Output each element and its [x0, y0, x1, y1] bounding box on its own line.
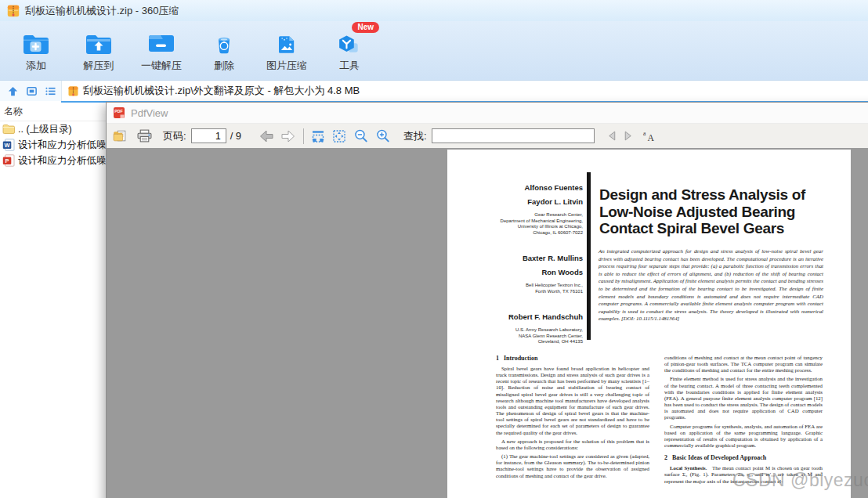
paper-right-column: conditions of meshing and contact at the… [664, 355, 823, 487]
author-affiliation: Bell Helicopter Textron Inc.,Forth Worth… [447, 283, 583, 294]
pdfview-window: PDF PdfView 页码: / 9 查找: aA Alfonso Fuent… [106, 102, 868, 498]
nav-icons [0, 85, 61, 97]
author-name: Baxter R. Mullins [447, 251, 583, 265]
list-view-icon[interactable] [45, 85, 56, 97]
previous-page-icon[interactable] [259, 129, 275, 143]
print-icon[interactable] [137, 129, 152, 143]
app-title: 刮板运输机机械设计.zip - 360压缩 [25, 4, 179, 18]
affiliation-line: Bell Helicopter Textron Inc., [447, 283, 583, 289]
author-name: Faydor L. Litvin [447, 195, 583, 209]
extract-to-folder-icon [85, 33, 113, 56]
toolbar-button-label: 图片压缩 [266, 59, 307, 73]
title-divider-bar [587, 172, 591, 340]
author-block: Robert F. HandschuhU.S. Army Research La… [447, 310, 583, 345]
address-row: 刮板运输机机械设计.zip\外文翻译及原文 - 解包大小为 4.8 MB [0, 81, 868, 101]
pdf-app-icon: PDF [113, 106, 125, 119]
find-input[interactable] [432, 128, 595, 143]
author-block: Baxter R. MullinsRon WoodsBell Helicopte… [447, 251, 583, 294]
local-synthesis-paragraph: Local Synthesis. The mean contact point … [664, 465, 823, 484]
page-total: / 9 [230, 130, 241, 142]
paper-paragraph: Finite element method is used for stress… [664, 376, 823, 420]
next-page-icon[interactable] [280, 129, 296, 143]
tools-cube-icon [337, 33, 362, 56]
file-item-label: .. (上级目录) [18, 123, 72, 136]
section-1-heading: 1 Introduction [496, 355, 649, 362]
thumbnail-view-icon[interactable] [26, 85, 38, 97]
affiliation-line: Chicago, IL 60607-7022 [447, 230, 583, 236]
toolbar-button-image-compress[interactable]: 图片压缩 [255, 27, 318, 73]
paper-abstract: An integrated computerized approach for … [599, 247, 823, 323]
svg-text:A: A [647, 133, 654, 142]
toolbar-button-label: 一键解压 [141, 59, 182, 73]
section-2-heading: 2 Basic Ideas of Developed Approach [664, 454, 823, 461]
zip-archive-icon [6, 4, 20, 18]
paper-left-column: 1 Introduction Spiral bevel gears have f… [496, 355, 649, 482]
author-affiliation: Gear Research Center,Department of Mecha… [447, 212, 583, 236]
paper-authors: Alfonso FuentesFaydor L. LitvinGear Rese… [447, 181, 583, 361]
up-level-icon[interactable] [7, 85, 19, 97]
file-item-label: 设计和应力分析低噪声 [18, 139, 116, 152]
author-name: Alfonso Fuentes [447, 181, 583, 195]
match-case-icon[interactable]: aA [642, 130, 656, 142]
add-folder-icon [22, 33, 50, 56]
find-next-icon[interactable] [624, 131, 632, 141]
author-block: Alfonso FuentesFaydor L. LitvinGear Rese… [447, 181, 583, 236]
zoom-in-icon[interactable] [375, 128, 390, 143]
pdfview-title: PdfView [131, 107, 168, 119]
author-affiliation: U.S. Army Research Laboratory,NASA Glenn… [447, 327, 583, 345]
page-number-input[interactable] [191, 128, 226, 143]
new-badge: New [352, 22, 379, 33]
toolbar-button-tools[interactable]: New工具 [318, 27, 381, 73]
affiliation-line: NASA Glenn Research Center, [447, 334, 583, 340]
address-path-field[interactable]: 刮板运输机机械设计.zip\外文翻译及原文 - 解包大小为 4.8 MB [61, 81, 868, 101]
toolbar-button-label: 添加 [26, 59, 46, 73]
affiliation-line: Gear Research Center, [447, 212, 583, 218]
app-titlebar[interactable]: 刮板运输机机械设计.zip - 360压缩 [0, 0, 868, 21]
affiliation-line: Cleveland, OH 44135 [447, 339, 583, 345]
find-previous-icon[interactable] [608, 131, 617, 141]
zip-archive-icon [67, 85, 79, 97]
pdf-content-area[interactable]: Alfonso FuentesFaydor L. LitvinGear Rese… [107, 148, 868, 498]
delete-trash-icon [212, 33, 236, 56]
affiliation-line: University of Illinois at Chicago, [447, 224, 583, 230]
page-number-label: 页码: [163, 129, 186, 143]
pdfview-toolbar: 页码: / 9 查找: aA [107, 124, 868, 149]
svg-text:PDF: PDF [114, 109, 122, 114]
toolbar-button-label: 工具 [339, 59, 360, 73]
fit-page-icon[interactable] [332, 129, 346, 143]
folder-icon [2, 124, 15, 135]
svg-text:W: W [4, 142, 10, 149]
toolbar-button-add[interactable]: 添加 [5, 27, 67, 73]
toolbar-button-delete[interactable]: 删除 [193, 27, 255, 73]
toolbar-button-label: 解压到 [84, 59, 114, 73]
open-file-icon[interactable] [113, 129, 128, 143]
screen: { "app": { "title": "刮板运输机机械设计.zip - 360… [0, 0, 868, 498]
paper-paragraph: Computer programs for synthesis, analysi… [664, 424, 823, 449]
paper-paragraph: conditions of meshing and contact at the… [664, 355, 823, 374]
toolbar-button-label: 删除 [214, 59, 234, 73]
file-item-label: 设计和应力分析低噪声 [18, 154, 116, 168]
fit-width-icon[interactable] [311, 129, 325, 143]
author-name: Ron Woods [447, 265, 583, 280]
toolbar-button-one-click-extract[interactable]: 一键解压 [130, 27, 193, 73]
toolbar-separator [303, 128, 304, 144]
app-toolbar: 添加解压到一键解压删除图片压缩New工具 [0, 21, 868, 81]
paper-title-line: Low-Noise Adjusted Bearing [599, 204, 834, 221]
pdfview-titlebar[interactable]: PDF PdfView [107, 103, 868, 124]
pdf-file-icon: P [2, 154, 15, 167]
pdf-page: Alfonso FuentesFaydor L. LitvinGear Rese… [447, 150, 851, 498]
right-column-paragraphs: conditions of meshing and contact at the… [664, 355, 823, 449]
zoom-out-icon[interactable] [353, 128, 368, 143]
one-click-extract-icon [147, 33, 175, 56]
left-column-paragraphs: Spiral bevel gears have found broad appl… [496, 366, 649, 479]
paper-title-line: Contact Spiral Bevel Gears [599, 220, 834, 237]
svg-text:P: P [5, 157, 9, 164]
address-path-text: 刮板运输机机械设计.zip\外文翻译及原文 - 解包大小为 4.8 MB [83, 84, 360, 98]
paper-paragraph: Spiral bevel gears have found broad appl… [496, 366, 649, 436]
affiliation-line: U.S. Army Research Laboratory, [447, 327, 583, 334]
paper-paragraph: (1) The gear machine-tool settings are c… [496, 453, 649, 479]
author-name: Robert F. Handschuh [447, 310, 583, 324]
paper-title: Design and Stress Analysis of Low-Noise … [599, 186, 834, 237]
toolbar-button-extract-to[interactable]: 解压到 [67, 27, 130, 73]
image-compress-icon [275, 33, 298, 56]
